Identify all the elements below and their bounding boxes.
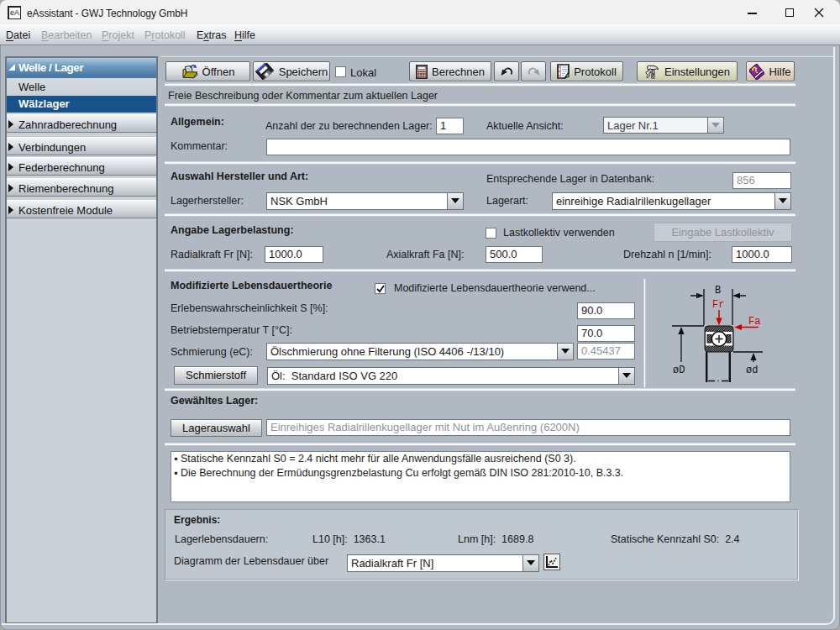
svg-text:ød: ød: [746, 365, 758, 376]
svg-text:øD: øD: [673, 365, 685, 376]
svg-text:B: B: [715, 285, 721, 297]
svg-text:Fr: Fr: [712, 299, 724, 311]
svg-text:Fa: Fa: [748, 316, 760, 328]
